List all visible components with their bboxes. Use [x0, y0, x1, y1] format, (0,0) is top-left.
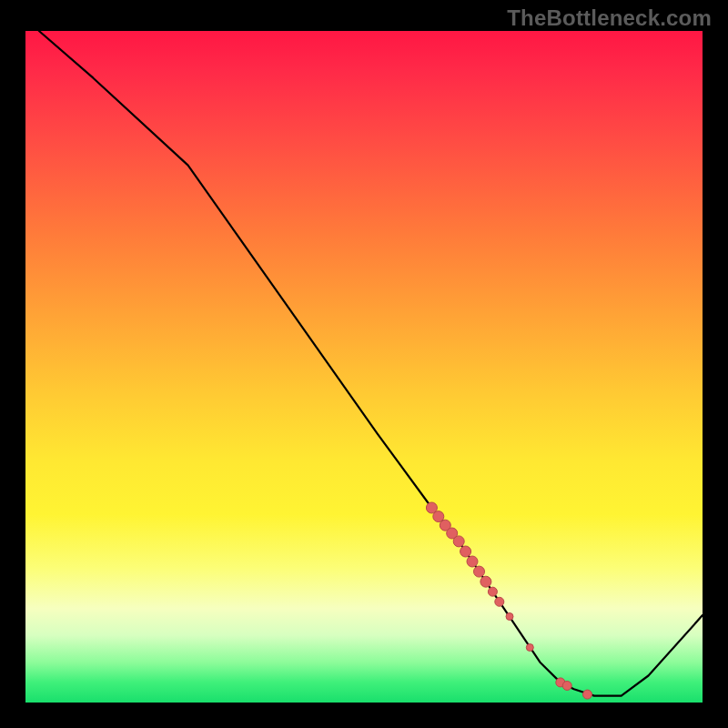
data-point — [467, 556, 478, 567]
data-point — [460, 546, 471, 557]
curve-points — [426, 502, 592, 699]
data-point — [453, 536, 464, 547]
data-point — [526, 644, 533, 652]
watermark-text: TheBottleneck.com — [507, 5, 712, 31]
data-point — [562, 682, 571, 691]
data-point — [480, 576, 491, 587]
data-point — [495, 597, 504, 606]
chart-frame: TheBottleneck.com — [0, 0, 728, 728]
data-point — [506, 613, 513, 621]
chart-svg — [25, 31, 703, 703]
data-point — [474, 566, 485, 577]
plot-area — [25, 31, 703, 703]
curve-line — [39, 31, 703, 696]
data-point — [488, 587, 497, 596]
data-point — [583, 690, 592, 699]
